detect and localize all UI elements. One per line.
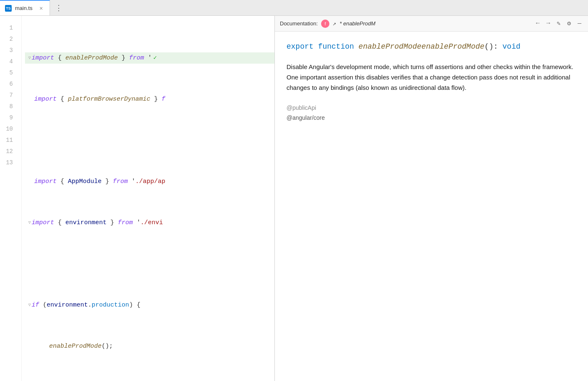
code-line-2: import { platformBrowserDynamic } f [25, 94, 274, 105]
fold-icon-5[interactable]: ▽ [28, 220, 31, 226]
fold-icon-1[interactable]: ▽ [28, 55, 31, 62]
fold-icon-7[interactable]: ▽ [28, 302, 31, 309]
check-mark: ✓ [153, 53, 157, 62]
doc-sig-name: enableProdMode [359, 42, 421, 51]
doc-avatar: f [321, 20, 329, 28]
doc-sig-export: export [287, 42, 314, 51]
line-num-12: 12 [0, 146, 16, 157]
code-line-1: ▽import { enableProdMode } from '✓ [25, 52, 274, 64]
code-line-5: ▽import { environment } from './envi [25, 217, 274, 228]
code-line-7: ▽if (environment.production) { [25, 299, 274, 311]
doc-forward-button[interactable]: → [545, 19, 552, 28]
code-line-6 [25, 258, 274, 270]
main-ts-tab[interactable]: TS main.ts × [0, 0, 50, 15]
doc-back-button[interactable]: ← [534, 19, 541, 28]
external-link-icon[interactable]: ↗ [333, 20, 336, 27]
line-num-10: 10 [0, 124, 16, 135]
doc-label: Documentation: [280, 20, 318, 27]
code-area: 1 2 3 4 5 6 7 8 9 10 11 12 13 ▽import { … [0, 16, 274, 381]
line-num-2: 2 [0, 34, 16, 45]
line-num-5: 5 [0, 67, 16, 79]
doc-public-api-tag: @publicApi [287, 104, 576, 111]
doc-sig-function: function [318, 42, 354, 51]
doc-module-tag: @angular/core [287, 114, 576, 121]
doc-content: export function enableProdModeenableProd… [275, 32, 588, 381]
tab-bar: TS main.ts × ⋮ [0, 0, 588, 16]
line-num-6: 6 [0, 79, 16, 90]
line-num-13: 13 [0, 157, 16, 168]
code-content: ▽import { enableProdMode } from '✓ impor… [22, 16, 274, 381]
doc-description: Disable Angular's development mode, whic… [287, 62, 576, 93]
tab-filename: main.ts [15, 5, 32, 11]
doc-settings-button[interactable]: ⚙ [566, 19, 573, 28]
ts-icon: TS [5, 5, 12, 12]
line-num-11: 11 [0, 135, 16, 146]
doc-header: Documentation: f ↗ * enableProdM ← → ✎ ⚙… [275, 16, 588, 32]
doc-edit-button[interactable]: ✎ [555, 19, 562, 28]
doc-panel: Documentation: f ↗ * enableProdM ← → ✎ ⚙… [275, 16, 588, 381]
editor-panel: 1 2 3 4 5 6 7 8 9 10 11 12 13 ▽import { … [0, 16, 275, 381]
line-num-1: 1 [0, 22, 16, 34]
line-num-4: 4 [0, 56, 16, 67]
doc-close-button[interactable]: — [576, 19, 583, 28]
line-num-3: 3 [0, 45, 16, 56]
code-line-8: enableProdMode(); [25, 341, 274, 352]
code-line-4: import { AppModule } from './app/ap [25, 176, 274, 187]
line-num-7: 7 [0, 90, 16, 101]
tab-more-button[interactable]: ⋮ [50, 0, 67, 15]
doc-tab-name: * enableProdM [340, 20, 376, 27]
doc-sig-return: void [503, 42, 521, 51]
line-numbers: 1 2 3 4 5 6 7 8 9 10 11 12 13 [0, 16, 22, 381]
main-area: 1 2 3 4 5 6 7 8 9 10 11 12 13 ▽import { … [0, 16, 588, 381]
code-line-3 [25, 135, 274, 146]
line-num-8: 8 [0, 101, 16, 112]
line-num-9: 9 [0, 112, 16, 124]
doc-signature: export function enableProdModeenableProd… [287, 42, 576, 52]
tab-close-button[interactable]: × [38, 4, 45, 12]
